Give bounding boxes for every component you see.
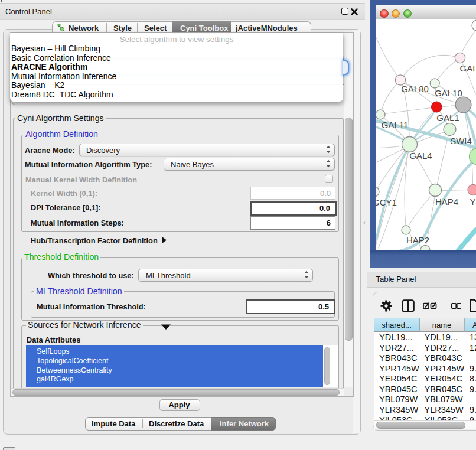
svg-text:GAL4: GAL4 — [409, 150, 432, 160]
svg-text:SWI4: SWI4 — [450, 135, 472, 145]
svg-text:HAP4: HAP4 — [435, 197, 458, 207]
svg-text:GAL80: GAL80 — [401, 84, 429, 94]
svg-text:GAL11: GAL11 — [381, 120, 408, 130]
svg-text:GAL10: GAL10 — [435, 87, 462, 97]
svg-text:GCY1: GCY1 — [376, 197, 397, 207]
svg-text:GAL1: GAL1 — [436, 112, 459, 122]
svg-text:HAP2: HAP2 — [406, 235, 429, 245]
svg-text:YJ: YJ — [470, 196, 476, 206]
svg-text:GAL7: GAL7 — [459, 63, 476, 73]
